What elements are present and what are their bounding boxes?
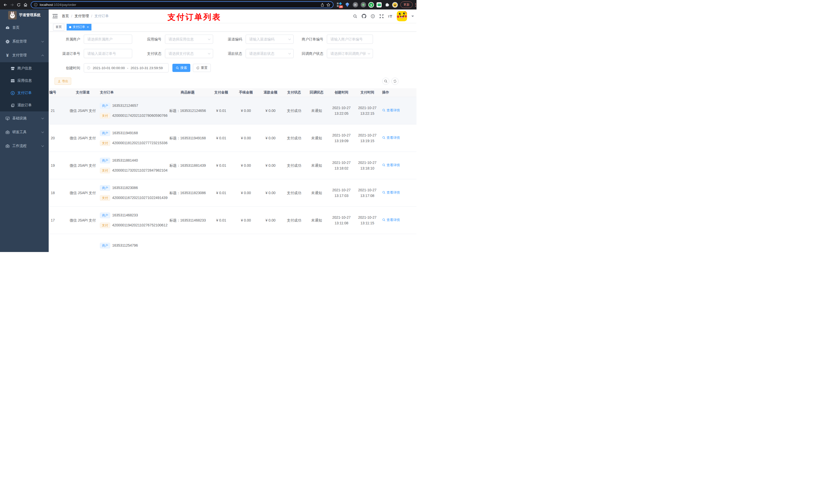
notify-status-select[interactable] [327,49,373,58]
share-icon[interactable] [320,3,324,7]
cell-create-time: 2021-10-2713:17:03 [328,187,355,198]
channel-order-no-input[interactable] [84,49,132,58]
date-end-value[interactable]: 2021-10-31 23:59:59 [130,66,163,70]
view-detail-link[interactable]: 查看详情 [382,190,400,195]
yen-icon: ¥ [5,53,10,57]
command-extension-icon[interactable]: ⌘ [353,2,358,8]
forward-icon [10,3,14,7]
refund-status-select[interactable] [246,49,293,58]
sidebar-item-app-info[interactable]: 应用信息 [0,74,49,87]
github-icon[interactable] [362,14,366,19]
cell-refund: ¥ 0.00 [258,218,283,223]
filter-form: 所属商户 应用编号 渠道编码 商户订单编号 渠道订单号 支付状态 [49,34,416,78]
create-time-range-picker[interactable]: 2021-10-01 00:00:00 - 2021-10-31 23:59:5… [84,63,169,72]
site-info-icon[interactable] [34,3,38,7]
chevron-up-icon [42,55,44,57]
pay-status-select[interactable] [165,49,213,58]
cell-actions: 查看详情 [380,135,416,141]
date-range-separator: - [127,66,128,70]
sidebar-item-label: 商户信息 [18,66,32,71]
sidebar-item-payment[interactable]: ¥ 支付管理 [0,48,49,62]
app-logo-row[interactable]: 芋道管理系统 [0,9,49,21]
filter-label-refund-status: 退款状态 [213,49,242,58]
profile-emoji-icon[interactable] [392,2,398,8]
tab-home[interactable]: 首页 [53,24,64,30]
view-detail-link[interactable]: 查看详情 [382,163,400,168]
avatar-dropdown-caret-icon[interactable] [411,16,414,18]
filter-label-notify-status: 回调商户状态 [291,49,323,58]
record-extension-icon[interactable] [360,2,366,8]
merchant-order-no-input[interactable] [327,34,373,44]
view-detail-link[interactable]: 查看详情 [382,135,400,140]
view-icon [382,218,385,221]
browser-back-button[interactable] [2,2,9,8]
y-extension-icon[interactable]: y [368,2,374,8]
breadcrumb-pay-manage[interactable]: 支付管理 [74,14,89,19]
reset-button[interactable]: 重置 [193,64,211,72]
browser-forward-button[interactable] [9,2,15,8]
breadcrumb-home[interactable]: 首页 [62,14,69,19]
tab-close-icon[interactable]: × [87,25,89,29]
channel-code-select[interactable] [246,34,293,44]
monitor-icon [5,116,10,121]
cell-notify-status: 未通知 [305,136,328,141]
sidebar-item-infrastructure[interactable]: 基础设施 [0,112,49,125]
pay-tag: 支付 [100,140,110,146]
cell-refund: ¥ 0.00 [258,136,283,141]
app-logo-rabbit [8,11,17,20]
url-text[interactable]: localhost:1024/pay/order [40,3,76,7]
avatar[interactable] [397,11,407,21]
search-button[interactable]: 搜索 [172,64,190,72]
address-bar[interactable]: localhost:1024/pay/order [31,1,334,8]
sidebar-item-label: 应用信息 [18,78,32,83]
toggle-search-button[interactable] [382,78,389,85]
app-select[interactable] [165,34,213,44]
extensions-puzzle-icon[interactable] [384,2,390,8]
tab-manager-extension-icon[interactable]: 10 [337,2,342,8]
sidebar-item-refund-order[interactable]: 退款订单 [0,99,49,112]
cell-amount: ¥ 0.01 [209,163,234,168]
sidebar-item-workflow[interactable]: 工作流程 [0,139,49,153]
search-icon [176,66,179,70]
cell-channel: 微信 JSAPI 支付 [66,163,100,168]
refresh-cycle-icon [393,79,397,83]
sidebar-item-label: 研发工具 [12,130,27,135]
svg-text:?: ? [372,15,373,18]
tab-pay-order[interactable]: 支付订单 × [67,24,91,30]
browser-menu-icon[interactable] [415,3,416,7]
sidebar-toggle-icon[interactable] [52,14,57,19]
chat-extension-icon[interactable] [376,2,382,8]
chevron-down-icon [42,117,44,119]
cell-pay-time: 2021-10-2713:18:10 [355,160,380,171]
cell-title: 标题：1635311949168 [166,136,209,141]
export-button[interactable]: 导出 [54,78,71,85]
view-detail-link[interactable]: 查看详情 [382,108,400,113]
view-detail-link[interactable]: 查看详情 [382,217,400,222]
merchant-tag: 商户 [100,243,110,248]
browser-reload-button[interactable] [15,2,22,8]
sidebar-item-pay-order[interactable]: ¥ 支付订单 [0,87,49,99]
help-icon[interactable]: ? [371,14,375,19]
document-icon [10,103,15,107]
browser-home-button[interactable] [22,2,29,8]
sidebar-item-system[interactable]: 系统管理 [0,34,49,48]
filter-label-app: 应用编号 [132,34,161,44]
sidebar-item-home[interactable]: 首页 [0,21,49,34]
refresh-table-button[interactable] [391,78,399,85]
fullscreen-icon[interactable] [379,14,384,19]
cell-actions [380,245,416,250]
header-search-icon[interactable] [353,14,357,19]
merchant-select[interactable] [84,34,132,44]
browser-update-button[interactable]: 更新 [400,2,413,8]
sidebar-item-dev-tools[interactable]: 研发工具 [0,125,49,139]
payment-submenu: 商户信息 应用信息 ¥ 支付订单 退款订单 [0,62,49,112]
table-row: 18 微信 JSAPI 支付 商户 1635311823086 支付 42000… [49,179,416,207]
extensions-area: 10 ⌘ y [337,2,398,8]
gem-extension-icon[interactable] [344,2,350,8]
font-size-icon[interactable]: TT [388,14,392,19]
date-start-value[interactable]: 2021-10-01 00:00:00 [93,66,125,70]
chevron-down-icon [42,40,44,43]
view-icon [382,136,385,139]
sidebar-item-merchant-info[interactable]: 商户信息 [0,62,49,74]
bookmark-star-icon[interactable] [326,3,330,7]
